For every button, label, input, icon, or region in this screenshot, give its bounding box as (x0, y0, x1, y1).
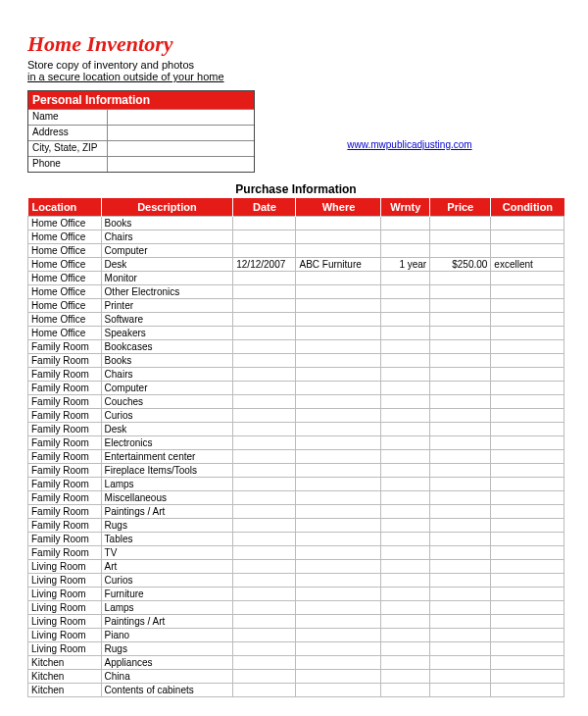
cell-date[interactable] (233, 354, 296, 368)
cell-where[interactable]: ABC Furniture (296, 258, 381, 272)
cell-description[interactable]: TV (101, 546, 233, 560)
cell-condition[interactable] (491, 601, 564, 615)
cell-location[interactable]: Living Room (28, 574, 102, 588)
cell-where[interactable] (296, 409, 381, 423)
cell-date[interactable] (233, 464, 296, 478)
cell-where[interactable] (296, 230, 381, 244)
cell-where[interactable] (296, 450, 381, 464)
cell-where[interactable] (296, 368, 381, 382)
cell-date[interactable] (233, 574, 296, 588)
cell-price[interactable] (430, 642, 491, 656)
cell-price[interactable] (430, 629, 491, 642)
cell-wrnty[interactable] (381, 272, 430, 285)
cell-date[interactable] (233, 230, 296, 244)
cell-location[interactable]: Home Office (28, 313, 102, 327)
cell-location[interactable]: Family Room (28, 464, 102, 478)
cell-date[interactable] (233, 285, 296, 299)
cell-description[interactable]: Computer (101, 382, 233, 395)
cell-description[interactable]: Fireplace Items/Tools (101, 464, 233, 478)
cell-date[interactable] (233, 615, 296, 629)
cell-price[interactable] (430, 615, 491, 629)
cell-condition[interactable] (491, 285, 564, 299)
cell-where[interactable] (296, 491, 381, 505)
cell-price[interactable] (430, 464, 491, 478)
cell-description[interactable]: Monitor (101, 272, 233, 285)
cell-wrnty[interactable] (381, 368, 430, 382)
cell-where[interactable] (296, 464, 381, 478)
cell-where[interactable] (296, 299, 381, 313)
cell-location[interactable]: Living Room (28, 615, 102, 629)
cell-price[interactable]: $250.00 (430, 258, 491, 272)
cell-description[interactable]: Tables (101, 533, 233, 546)
cell-description[interactable]: China (101, 670, 233, 684)
cell-location[interactable]: Family Room (28, 519, 102, 533)
cell-condition[interactable] (491, 505, 564, 519)
cell-location[interactable]: Family Room (28, 423, 102, 436)
cell-description[interactable]: Desk (101, 423, 233, 436)
cell-description[interactable]: Chairs (101, 368, 233, 382)
cell-date[interactable] (233, 313, 296, 327)
cell-wrnty[interactable] (381, 615, 430, 629)
cell-price[interactable] (430, 560, 491, 574)
cell-location[interactable]: Family Room (28, 533, 102, 546)
cell-condition[interactable] (491, 629, 564, 642)
cell-where[interactable] (296, 354, 381, 368)
cell-location[interactable]: Family Room (28, 395, 102, 409)
cell-location[interactable]: Home Office (28, 299, 102, 313)
cell-location[interactable]: Family Room (28, 505, 102, 519)
cell-price[interactable] (430, 244, 491, 258)
cell-where[interactable] (296, 574, 381, 588)
cell-where[interactable] (296, 382, 381, 395)
cell-wrnty[interactable] (381, 409, 430, 423)
cell-date[interactable] (233, 656, 296, 670)
cell-price[interactable] (430, 505, 491, 519)
cell-price[interactable] (430, 574, 491, 588)
cell-wrnty[interactable] (381, 684, 430, 697)
cell-where[interactable] (296, 656, 381, 670)
cell-wrnty[interactable] (381, 313, 430, 327)
cell-description[interactable]: Rugs (101, 519, 233, 533)
cell-condition[interactable]: excellent (491, 258, 564, 272)
cell-wrnty[interactable] (381, 354, 430, 368)
cell-date[interactable] (233, 423, 296, 436)
cell-location[interactable]: Family Room (28, 450, 102, 464)
cell-condition[interactable] (491, 244, 564, 258)
cell-date[interactable] (233, 244, 296, 258)
cell-date[interactable] (233, 450, 296, 464)
cell-wrnty[interactable] (381, 340, 430, 354)
cell-date[interactable] (233, 546, 296, 560)
cell-date[interactable] (233, 299, 296, 313)
cell-price[interactable] (430, 478, 491, 491)
cell-condition[interactable] (491, 519, 564, 533)
cell-price[interactable] (430, 491, 491, 505)
cell-wrnty[interactable] (381, 656, 430, 670)
cell-where[interactable] (296, 340, 381, 354)
cell-where[interactable] (296, 478, 381, 491)
cell-location[interactable]: Living Room (28, 588, 102, 601)
cell-description[interactable]: Couches (101, 395, 233, 409)
cell-where[interactable] (296, 313, 381, 327)
cell-condition[interactable] (491, 230, 564, 244)
cell-condition[interactable] (491, 436, 564, 450)
cell-where[interactable] (296, 684, 381, 697)
cell-description[interactable]: Software (101, 313, 233, 327)
cell-price[interactable] (430, 230, 491, 244)
cell-date[interactable]: 12/12/2007 (233, 258, 296, 272)
cell-condition[interactable] (491, 491, 564, 505)
cell-condition[interactable] (491, 670, 564, 684)
cell-condition[interactable] (491, 299, 564, 313)
cell-location[interactable]: Home Office (28, 230, 102, 244)
cell-condition[interactable] (491, 478, 564, 491)
cell-date[interactable] (233, 395, 296, 409)
cell-price[interactable] (430, 684, 491, 697)
cell-price[interactable] (430, 285, 491, 299)
cell-description[interactable]: Lamps (101, 478, 233, 491)
cell-description[interactable]: Books (101, 354, 233, 368)
cell-location[interactable]: Family Room (28, 340, 102, 354)
website-link[interactable]: www.mwpublicadjusting.com (347, 139, 471, 150)
cell-condition[interactable] (491, 354, 564, 368)
cell-location[interactable]: Family Room (28, 478, 102, 491)
cell-price[interactable] (430, 217, 491, 230)
cell-date[interactable] (233, 560, 296, 574)
personal-input-city-state-zip[interactable] (107, 141, 254, 156)
